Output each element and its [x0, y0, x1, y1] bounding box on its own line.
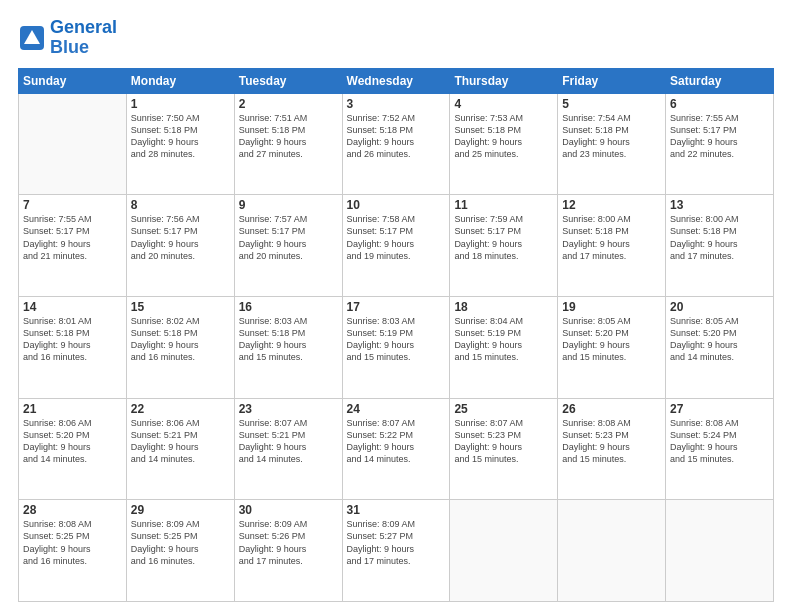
day-number: 21	[23, 402, 122, 416]
day-number: 2	[239, 97, 338, 111]
day-info: Sunrise: 8:01 AM Sunset: 5:18 PM Dayligh…	[23, 315, 122, 364]
calendar-week-row: 14Sunrise: 8:01 AM Sunset: 5:18 PM Dayli…	[19, 296, 774, 398]
day-number: 9	[239, 198, 338, 212]
day-number: 30	[239, 503, 338, 517]
calendar-day-cell: 13Sunrise: 8:00 AM Sunset: 5:18 PM Dayli…	[666, 195, 774, 297]
day-info: Sunrise: 7:54 AM Sunset: 5:18 PM Dayligh…	[562, 112, 661, 161]
calendar-day-cell: 21Sunrise: 8:06 AM Sunset: 5:20 PM Dayli…	[19, 398, 127, 500]
calendar-day-cell: 15Sunrise: 8:02 AM Sunset: 5:18 PM Dayli…	[126, 296, 234, 398]
day-number: 14	[23, 300, 122, 314]
calendar-header-wednesday: Wednesday	[342, 68, 450, 93]
calendar-header-monday: Monday	[126, 68, 234, 93]
calendar-day-cell: 28Sunrise: 8:08 AM Sunset: 5:25 PM Dayli…	[19, 500, 127, 602]
calendar-day-cell: 30Sunrise: 8:09 AM Sunset: 5:26 PM Dayli…	[234, 500, 342, 602]
calendar-week-row: 1Sunrise: 7:50 AM Sunset: 5:18 PM Daylig…	[19, 93, 774, 195]
day-info: Sunrise: 8:02 AM Sunset: 5:18 PM Dayligh…	[131, 315, 230, 364]
calendar-day-cell: 24Sunrise: 8:07 AM Sunset: 5:22 PM Dayli…	[342, 398, 450, 500]
day-number: 18	[454, 300, 553, 314]
day-number: 4	[454, 97, 553, 111]
calendar-header-row: SundayMondayTuesdayWednesdayThursdayFrid…	[19, 68, 774, 93]
calendar-day-cell: 23Sunrise: 8:07 AM Sunset: 5:21 PM Dayli…	[234, 398, 342, 500]
day-info: Sunrise: 8:08 AM Sunset: 5:25 PM Dayligh…	[23, 518, 122, 567]
day-info: Sunrise: 8:09 AM Sunset: 5:27 PM Dayligh…	[347, 518, 446, 567]
calendar-day-cell	[666, 500, 774, 602]
logo: General Blue	[18, 18, 117, 58]
day-info: Sunrise: 7:56 AM Sunset: 5:17 PM Dayligh…	[131, 213, 230, 262]
day-info: Sunrise: 7:58 AM Sunset: 5:17 PM Dayligh…	[347, 213, 446, 262]
day-info: Sunrise: 8:09 AM Sunset: 5:25 PM Dayligh…	[131, 518, 230, 567]
day-info: Sunrise: 8:08 AM Sunset: 5:24 PM Dayligh…	[670, 417, 769, 466]
calendar-day-cell: 2Sunrise: 7:51 AM Sunset: 5:18 PM Daylig…	[234, 93, 342, 195]
day-number: 6	[670, 97, 769, 111]
calendar-day-cell: 20Sunrise: 8:05 AM Sunset: 5:20 PM Dayli…	[666, 296, 774, 398]
day-number: 29	[131, 503, 230, 517]
calendar-day-cell: 18Sunrise: 8:04 AM Sunset: 5:19 PM Dayli…	[450, 296, 558, 398]
calendar-day-cell: 17Sunrise: 8:03 AM Sunset: 5:19 PM Dayli…	[342, 296, 450, 398]
day-info: Sunrise: 8:08 AM Sunset: 5:23 PM Dayligh…	[562, 417, 661, 466]
day-info: Sunrise: 7:51 AM Sunset: 5:18 PM Dayligh…	[239, 112, 338, 161]
day-number: 20	[670, 300, 769, 314]
day-info: Sunrise: 7:50 AM Sunset: 5:18 PM Dayligh…	[131, 112, 230, 161]
calendar-day-cell: 22Sunrise: 8:06 AM Sunset: 5:21 PM Dayli…	[126, 398, 234, 500]
calendar-header-saturday: Saturday	[666, 68, 774, 93]
day-number: 27	[670, 402, 769, 416]
day-info: Sunrise: 7:57 AM Sunset: 5:17 PM Dayligh…	[239, 213, 338, 262]
day-number: 15	[131, 300, 230, 314]
calendar-table: SundayMondayTuesdayWednesdayThursdayFrid…	[18, 68, 774, 602]
day-info: Sunrise: 8:00 AM Sunset: 5:18 PM Dayligh…	[670, 213, 769, 262]
calendar-day-cell: 25Sunrise: 8:07 AM Sunset: 5:23 PM Dayli…	[450, 398, 558, 500]
calendar-day-cell	[558, 500, 666, 602]
page: General Blue SundayMondayTuesdayWednesda…	[0, 0, 792, 612]
day-number: 12	[562, 198, 661, 212]
logo-line2: Blue	[50, 37, 89, 57]
day-info: Sunrise: 8:04 AM Sunset: 5:19 PM Dayligh…	[454, 315, 553, 364]
day-info: Sunrise: 8:03 AM Sunset: 5:18 PM Dayligh…	[239, 315, 338, 364]
calendar-day-cell: 27Sunrise: 8:08 AM Sunset: 5:24 PM Dayli…	[666, 398, 774, 500]
day-info: Sunrise: 7:55 AM Sunset: 5:17 PM Dayligh…	[23, 213, 122, 262]
day-info: Sunrise: 8:06 AM Sunset: 5:20 PM Dayligh…	[23, 417, 122, 466]
day-number: 11	[454, 198, 553, 212]
day-number: 16	[239, 300, 338, 314]
header: General Blue	[18, 18, 774, 58]
day-info: Sunrise: 8:05 AM Sunset: 5:20 PM Dayligh…	[562, 315, 661, 364]
calendar-header-friday: Friday	[558, 68, 666, 93]
calendar-header-thursday: Thursday	[450, 68, 558, 93]
day-number: 1	[131, 97, 230, 111]
day-number: 3	[347, 97, 446, 111]
calendar-day-cell: 29Sunrise: 8:09 AM Sunset: 5:25 PM Dayli…	[126, 500, 234, 602]
calendar-day-cell: 9Sunrise: 7:57 AM Sunset: 5:17 PM Daylig…	[234, 195, 342, 297]
day-info: Sunrise: 7:53 AM Sunset: 5:18 PM Dayligh…	[454, 112, 553, 161]
day-number: 31	[347, 503, 446, 517]
calendar-day-cell: 26Sunrise: 8:08 AM Sunset: 5:23 PM Dayli…	[558, 398, 666, 500]
day-number: 28	[23, 503, 122, 517]
day-info: Sunrise: 8:07 AM Sunset: 5:21 PM Dayligh…	[239, 417, 338, 466]
day-info: Sunrise: 8:07 AM Sunset: 5:22 PM Dayligh…	[347, 417, 446, 466]
calendar-day-cell: 14Sunrise: 8:01 AM Sunset: 5:18 PM Dayli…	[19, 296, 127, 398]
day-info: Sunrise: 7:52 AM Sunset: 5:18 PM Dayligh…	[347, 112, 446, 161]
calendar-day-cell: 1Sunrise: 7:50 AM Sunset: 5:18 PM Daylig…	[126, 93, 234, 195]
day-info: Sunrise: 8:07 AM Sunset: 5:23 PM Dayligh…	[454, 417, 553, 466]
day-number: 23	[239, 402, 338, 416]
day-number: 8	[131, 198, 230, 212]
day-number: 10	[347, 198, 446, 212]
day-number: 5	[562, 97, 661, 111]
calendar-week-row: 28Sunrise: 8:08 AM Sunset: 5:25 PM Dayli…	[19, 500, 774, 602]
day-info: Sunrise: 8:09 AM Sunset: 5:26 PM Dayligh…	[239, 518, 338, 567]
calendar-header-sunday: Sunday	[19, 68, 127, 93]
calendar-day-cell: 4Sunrise: 7:53 AM Sunset: 5:18 PM Daylig…	[450, 93, 558, 195]
day-number: 19	[562, 300, 661, 314]
day-number: 25	[454, 402, 553, 416]
calendar-day-cell: 31Sunrise: 8:09 AM Sunset: 5:27 PM Dayli…	[342, 500, 450, 602]
logo-text: General Blue	[50, 18, 117, 58]
day-info: Sunrise: 8:05 AM Sunset: 5:20 PM Dayligh…	[670, 315, 769, 364]
calendar-day-cell: 8Sunrise: 7:56 AM Sunset: 5:17 PM Daylig…	[126, 195, 234, 297]
logo-line1: General	[50, 17, 117, 37]
day-number: 17	[347, 300, 446, 314]
calendar-day-cell: 7Sunrise: 7:55 AM Sunset: 5:17 PM Daylig…	[19, 195, 127, 297]
calendar-day-cell: 6Sunrise: 7:55 AM Sunset: 5:17 PM Daylig…	[666, 93, 774, 195]
day-number: 22	[131, 402, 230, 416]
day-info: Sunrise: 8:00 AM Sunset: 5:18 PM Dayligh…	[562, 213, 661, 262]
calendar-day-cell: 5Sunrise: 7:54 AM Sunset: 5:18 PM Daylig…	[558, 93, 666, 195]
calendar-day-cell: 10Sunrise: 7:58 AM Sunset: 5:17 PM Dayli…	[342, 195, 450, 297]
day-info: Sunrise: 7:55 AM Sunset: 5:17 PM Dayligh…	[670, 112, 769, 161]
